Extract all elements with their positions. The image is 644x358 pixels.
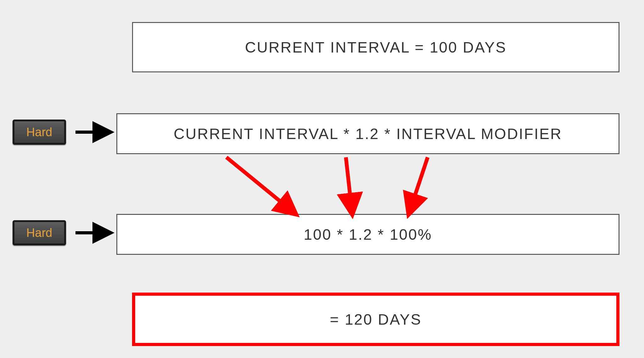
arrow-term3 xyxy=(409,157,428,214)
arrow-term1 xyxy=(226,157,296,214)
box3-text: 100 * 1.2 * 100% xyxy=(304,226,432,243)
box-formula: CURRENT INTERVAL * 1.2 * INTERVAL MODIFI… xyxy=(116,113,619,154)
box-current-interval: CURRENT INTERVAL = 100 DAYS xyxy=(132,22,619,72)
arrow-term2 xyxy=(346,157,352,214)
box-result: = 120 DAYS xyxy=(132,293,619,346)
box-calculation: 100 * 1.2 * 100% xyxy=(116,214,619,255)
hard-button-2[interactable]: Hard xyxy=(13,220,66,245)
hard-button-2-label: Hard xyxy=(26,226,52,240)
box1-text: CURRENT INTERVAL = 100 DAYS xyxy=(245,39,507,56)
hard-button-1-label: Hard xyxy=(26,126,52,139)
hard-button-1[interactable]: Hard xyxy=(13,120,66,145)
box2-text: CURRENT INTERVAL * 1.2 * INTERVAL MODIFI… xyxy=(174,125,562,143)
box4-text: = 120 DAYS xyxy=(330,311,422,328)
